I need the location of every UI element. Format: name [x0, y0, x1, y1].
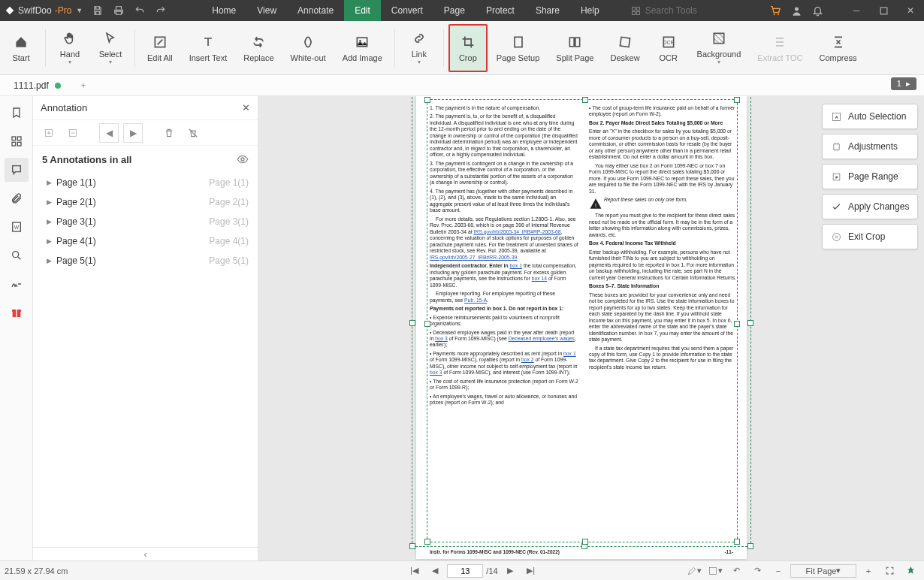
svg-rect-27 — [16, 310, 17, 317]
eraser-icon — [300, 34, 316, 50]
anno-row[interactable]: ▶Page 5(1)Page 5(1) — [33, 251, 258, 270]
print-icon[interactable] — [108, 0, 129, 21]
prev-anno-icon[interactable]: ◀ — [99, 123, 119, 143]
ribbon-hand[interactable]: Hand▾ — [50, 24, 89, 72]
crop-auto-selection[interactable]: AAuto Selection — [822, 104, 918, 129]
zoom-out-icon[interactable]: − — [769, 563, 787, 579]
thumbnails-icon[interactable] — [5, 129, 29, 153]
anno-row[interactable]: ▶Page 4(1)Page 4(1) — [33, 231, 258, 251]
svg-rect-19 — [17, 137, 21, 140]
menu-annotate[interactable]: Annotate — [287, 0, 344, 21]
brand-caret-icon[interactable]: ▼ — [76, 7, 83, 14]
next-anno-icon[interactable]: ▶ — [123, 123, 143, 143]
cart-icon[interactable] — [765, 0, 786, 21]
undo-icon[interactable] — [129, 0, 150, 21]
redo-icon[interactable] — [150, 0, 171, 21]
close-button[interactable]: ✕ — [897, 0, 924, 21]
prev-page-icon[interactable]: ◀ — [426, 563, 444, 579]
expand-all-icon[interactable] — [39, 123, 59, 143]
user-icon[interactable] — [786, 0, 807, 21]
attachment-icon[interactable] — [5, 186, 29, 210]
crop-page-range[interactable]: #Page Range — [822, 164, 918, 189]
ribbon-compress[interactable]: Compress — [811, 24, 864, 72]
page-footer-right: -11- — [724, 549, 733, 554]
view-mode-icon[interactable]: ▾ — [706, 563, 724, 579]
search-input[interactable] — [645, 5, 720, 16]
gift-icon[interactable] — [5, 301, 29, 325]
menu-protect[interactable]: Protect — [476, 0, 525, 21]
rotate-left-icon[interactable]: ↶ — [727, 563, 745, 579]
menu-share[interactable]: Share — [525, 0, 570, 21]
anno-row[interactable]: ▶Page 2(1)Page 2(1) — [33, 192, 258, 212]
ribbon-link[interactable]: Link▾ — [400, 24, 439, 72]
zoom-in-icon[interactable]: + — [859, 563, 877, 579]
caret-right-icon: ▶ — [47, 179, 52, 186]
pin-icon[interactable] — [901, 563, 919, 579]
panel-collapse-icon[interactable]: ‹ — [33, 547, 258, 560]
ribbon-replace[interactable]: Replace — [236, 24, 281, 72]
svg-rect-2 — [632, 11, 635, 14]
save-icon[interactable] — [87, 0, 108, 21]
anno-row[interactable]: ▶Page 3(1)Page 3(1) — [33, 212, 258, 231]
menu-convert[interactable]: Convert — [381, 0, 433, 21]
crop-apply-changes[interactable]: Apply Changes — [822, 194, 918, 219]
ribbon-background[interactable]: Background▾ — [690, 24, 749, 72]
ribbon-crop[interactable]: Crop — [448, 24, 488, 72]
caret-right-icon: ▶ — [47, 198, 52, 206]
ribbon-white-out[interactable]: White-out — [283, 24, 334, 72]
anno-row[interactable]: ▶Page 1(1)Page 1(1) — [33, 173, 258, 192]
menu-page[interactable]: Page — [433, 0, 476, 21]
svg-text:A: A — [835, 115, 838, 119]
crop-exit-crop[interactable]: Exit Crop — [822, 224, 918, 249]
ribbon-select[interactable]: Select▾ — [91, 24, 130, 72]
menu-help[interactable]: Help — [570, 0, 610, 21]
search-icon[interactable] — [5, 243, 29, 267]
next-page-icon[interactable]: ▶ — [501, 563, 519, 579]
highlight-icon[interactable]: ▾ — [685, 563, 703, 579]
svg-point-24 — [12, 252, 18, 258]
ribbon-split-page[interactable]: Split Page — [548, 24, 601, 72]
last-page-icon[interactable]: ▶| — [522, 563, 540, 579]
eye-icon[interactable] — [237, 153, 249, 165]
bell-icon[interactable] — [807, 0, 828, 21]
svg-rect-0 — [632, 7, 635, 10]
ribbon-extract-toc: Extract TOC — [750, 24, 810, 72]
zoom-field[interactable]: Fit Page ▾ — [790, 564, 856, 578]
ribbon-add-image[interactable]: Add Image — [335, 24, 390, 72]
hand-icon — [62, 30, 78, 47]
menu-home[interactable]: Home — [201, 0, 246, 21]
bookmark-icon[interactable] — [5, 101, 29, 125]
ribbon-start[interactable]: Start — [2, 24, 41, 72]
ribbon-page-setup[interactable]: Page Setup — [489, 24, 548, 72]
panel-close-icon[interactable]: ✕ — [242, 102, 250, 113]
maximize-button[interactable] — [870, 0, 897, 21]
fullscreen-icon[interactable] — [880, 563, 898, 579]
add-tab-button[interactable]: ＋ — [74, 77, 92, 95]
menu-edit[interactable]: Edit — [344, 0, 381, 21]
search-tools[interactable] — [625, 5, 726, 16]
word-icon[interactable]: W — [5, 215, 29, 239]
minimize-button[interactable]: ─ — [843, 0, 870, 21]
page-number-input[interactable] — [447, 564, 483, 578]
ribbon-edit-all[interactable]: Edit All — [140, 24, 180, 72]
caret-right-icon: ▶ — [47, 218, 52, 225]
rotate-right-icon[interactable]: ↷ — [748, 563, 766, 579]
bg-icon — [711, 30, 727, 47]
svg-rect-7 — [880, 8, 887, 14]
ribbon-ocr[interactable]: OCROCR — [649, 24, 688, 72]
menu-view[interactable]: View — [246, 0, 287, 21]
delete-all-anno-icon[interactable] — [183, 123, 203, 143]
annotation-icon[interactable] — [5, 158, 29, 182]
crop-inner-box[interactable] — [427, 99, 738, 542]
page-total: /14 — [486, 566, 497, 575]
canvas[interactable]: 1. The payment is in the nature of compe… — [258, 96, 924, 560]
delete-anno-icon[interactable] — [159, 123, 179, 143]
first-page-icon[interactable]: |◀ — [405, 563, 423, 579]
text-icon — [200, 34, 216, 50]
ribbon-insert-text[interactable]: Insert Text — [182, 24, 235, 72]
sign-icon[interactable] — [5, 272, 29, 296]
ribbon-deskew[interactable]: Deskew — [602, 24, 647, 72]
file-tab[interactable]: 1111.pdf — [6, 75, 68, 96]
collapse-all-icon[interactable] — [63, 123, 83, 143]
crop-adjustments[interactable]: Adjustments — [822, 134, 918, 159]
